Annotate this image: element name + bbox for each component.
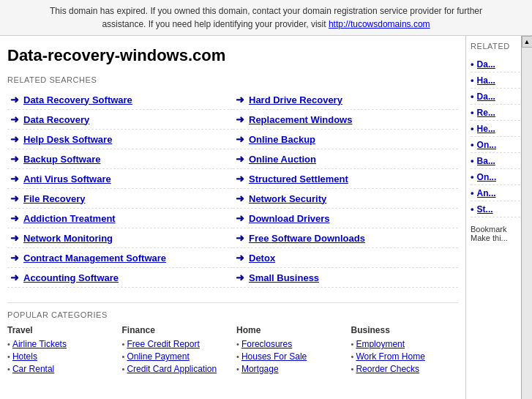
arrow-icon: • — [471, 59, 474, 70]
site-title: Data-recovery-windows.com — [7, 46, 458, 65]
search-link[interactable]: Anti Virus Software — [23, 174, 111, 184]
arrow-icon: ➜ — [236, 173, 244, 184]
search-link[interactable]: Replacement Windows — [249, 114, 352, 125]
list-item: ➜ Network Monitoring — [7, 228, 233, 248]
list-item: • Re... — [471, 105, 528, 121]
popular-link[interactable]: Foreclosures — [241, 339, 292, 349]
arrow-icon: • — [471, 91, 474, 102]
list-item: ➜ Backup Software — [7, 149, 233, 169]
popular-link[interactable]: Hotels — [12, 351, 37, 362]
search-link[interactable]: Network Monitoring — [23, 233, 113, 244]
arrow-icon: • — [471, 204, 474, 215]
list-item: ➜ Data Recovery — [7, 110, 233, 130]
popular-col-heading: Home — [236, 325, 344, 335]
top-notice: This domain has expired. If you owned th… — [0, 0, 532, 36]
vertical-scrollbar[interactable]: ▲ ▼ — [521, 36, 532, 399]
list-item: ➜ Free Software Downloads — [233, 228, 458, 248]
arrow-icon: • — [471, 107, 474, 118]
right-link[interactable]: Da... — [477, 92, 495, 102]
search-link[interactable]: Accounting Software — [23, 272, 119, 283]
arrow-icon: ➜ — [236, 252, 244, 264]
list-item: ➜ Data Recovery Software — [7, 90, 233, 110]
search-link[interactable]: Contract Management Software — [23, 253, 166, 264]
bookmark-label: Bookmark — [471, 225, 528, 234]
list-item: ➜ Detox — [233, 248, 458, 268]
arrow-icon: ➜ — [236, 272, 244, 283]
popular-link[interactable]: Mortgage — [241, 364, 279, 374]
popular-link[interactable]: Car Rental — [12, 364, 54, 374]
popular-link[interactable]: Houses For Sale — [241, 351, 307, 362]
list-item: ➜ Network Security — [233, 189, 458, 209]
list-item: • St... — [471, 201, 528, 217]
search-link[interactable]: Online Auction — [249, 154, 316, 165]
list-item: • Da... — [471, 89, 528, 105]
search-links-grid: ➜ Data Recovery Software ➜ Hard Drive Re… — [7, 90, 458, 288]
right-link[interactable]: On... — [477, 140, 497, 150]
search-link[interactable]: Hard Drive Recovery — [249, 94, 342, 105]
right-link[interactable]: He... — [477, 124, 495, 134]
search-link[interactable]: Addiction Treatment — [23, 213, 116, 224]
popular-link[interactable]: Free Credit Report — [127, 339, 199, 349]
right-link[interactable]: An... — [477, 188, 496, 198]
search-link[interactable]: Free Software Downloads — [249, 233, 365, 244]
arrow-icon: ➜ — [10, 252, 19, 264]
arrow-icon: • — [471, 155, 474, 166]
popular-link[interactable]: Employment — [356, 339, 405, 349]
arrow-icon: ➜ — [10, 212, 19, 224]
popular-link[interactable]: Credit Card Application — [127, 364, 217, 374]
right-link[interactable]: On... — [477, 172, 497, 182]
popular-link[interactable]: Airline Tickets — [12, 339, 67, 349]
scroll-track[interactable] — [522, 48, 533, 399]
list-item: ➜ Help Desk Software — [7, 130, 233, 149]
arrow-icon: ➜ — [236, 193, 244, 204]
search-link[interactable]: Help Desk Software — [23, 134, 112, 145]
search-link[interactable]: Data Recovery Software — [23, 94, 132, 105]
search-link[interactable]: Detox — [249, 253, 275, 264]
arrow-icon: ➜ — [10, 113, 19, 125]
list-item: ➜ Structured Settlement — [233, 169, 458, 189]
arrow-icon: ➜ — [10, 272, 19, 283]
notice-link[interactable]: http://tucowsdomains.com — [329, 19, 430, 29]
search-link[interactable]: Backup Software — [23, 154, 100, 165]
arrow-icon: ➜ — [236, 94, 244, 105]
popular-link[interactable]: Work From Home — [356, 351, 424, 362]
popular-col-home: Home Foreclosures Houses For Sale Mortga… — [236, 325, 344, 376]
arrow-icon: ➜ — [236, 113, 244, 125]
search-link[interactable]: Data Recovery — [23, 114, 89, 125]
arrow-icon: ➜ — [236, 212, 244, 224]
arrow-icon: ➜ — [10, 94, 19, 105]
list-item: • Da... — [471, 56, 528, 72]
search-link[interactable]: Network Security — [249, 193, 326, 204]
bookmark-area: Bookmark Make thi... — [471, 225, 528, 242]
right-link[interactable]: Ha... — [477, 75, 495, 86]
right-link[interactable]: Da... — [477, 59, 495, 70]
arrow-icon: ➜ — [10, 193, 19, 204]
make-label: Make thi... — [471, 234, 528, 242]
search-link[interactable]: File Recovery — [23, 193, 86, 204]
popular-grid: Travel Airline Tickets Hotels Car Rental… — [7, 325, 458, 376]
arrow-icon: • — [471, 75, 474, 86]
right-related-label: RELATED — [471, 42, 528, 51]
list-item: ➜ Online Backup — [233, 130, 458, 149]
list-item: ➜ Addiction Treatment — [7, 209, 233, 228]
search-link[interactable]: Structured Settlement — [249, 174, 348, 184]
right-link[interactable]: St... — [477, 204, 493, 215]
popular-link[interactable]: Reorder Checks — [356, 364, 419, 374]
right-link[interactable]: Ba... — [477, 156, 495, 166]
list-item: ➜ Small Business — [233, 268, 458, 288]
search-link[interactable]: Online Backup — [249, 134, 315, 145]
scroll-up-button[interactable]: ▲ — [522, 36, 533, 48]
arrow-icon: ➜ — [236, 232, 244, 244]
search-link[interactable]: Small Business — [249, 272, 319, 283]
popular-categories-label: POPULAR CATEGORIES — [7, 310, 458, 319]
arrow-icon: • — [471, 139, 474, 150]
popular-col-travel: Travel Airline Tickets Hotels Car Rental — [7, 325, 115, 376]
list-item: • Ha... — [471, 72, 528, 89]
popular-link[interactable]: Online Payment — [127, 351, 189, 362]
list-item: • An... — [471, 185, 528, 201]
arrow-icon: • — [471, 171, 474, 182]
list-item: • On... — [471, 169, 528, 185]
right-link[interactable]: Re... — [477, 108, 495, 118]
arrow-icon: • — [471, 123, 474, 134]
search-link[interactable]: Download Drivers — [249, 213, 330, 224]
